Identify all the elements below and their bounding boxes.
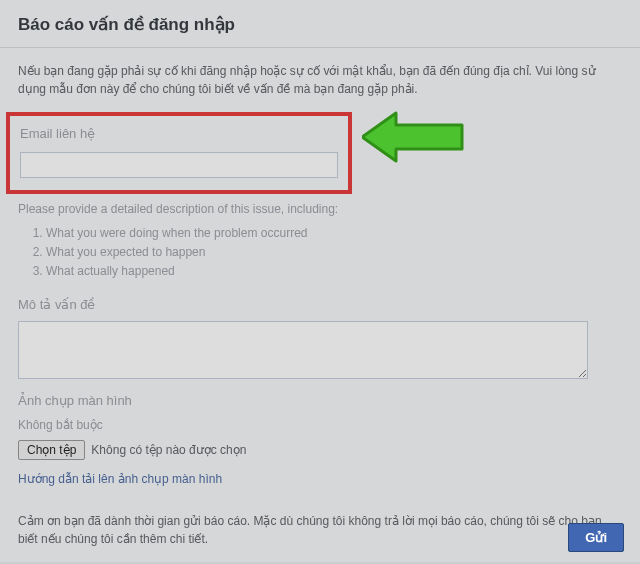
file-status: Không có tệp nào được chọn bbox=[91, 441, 246, 459]
detail-prompt: Please provide a detailed description of… bbox=[18, 200, 622, 218]
screenshot-label: Ảnh chụp màn hình bbox=[18, 391, 622, 411]
list-item: What you were doing when the problem occ… bbox=[46, 224, 622, 243]
screenshot-optional: Không bắt buộc bbox=[18, 416, 622, 434]
choose-file-button[interactable]: Chọn tệp bbox=[18, 440, 85, 460]
describe-label: Mô tả vấn đề bbox=[18, 295, 622, 315]
intro-text: Nếu bạn đang gặp phải sự cố khi đăng nhậ… bbox=[18, 62, 622, 98]
email-highlight-box: Email liên hệ bbox=[6, 112, 352, 194]
page-title: Báo cáo vấn đề đăng nhập bbox=[18, 14, 622, 35]
describe-textarea[interactable] bbox=[18, 321, 588, 379]
list-item: What actually happened bbox=[46, 262, 622, 281]
submit-button[interactable]: Gửi bbox=[568, 523, 624, 552]
upload-guide-link[interactable]: Hướng dẫn tải lên ảnh chụp màn hình bbox=[18, 470, 222, 488]
email-label: Email liên hệ bbox=[20, 124, 338, 144]
email-input[interactable] bbox=[20, 152, 338, 178]
detail-list: What you were doing when the problem occ… bbox=[18, 224, 622, 282]
list-item: What you expected to happen bbox=[46, 243, 622, 262]
thanks-text: Cảm ơn bạn đã dành thời gian gửi báo cáo… bbox=[18, 512, 622, 548]
